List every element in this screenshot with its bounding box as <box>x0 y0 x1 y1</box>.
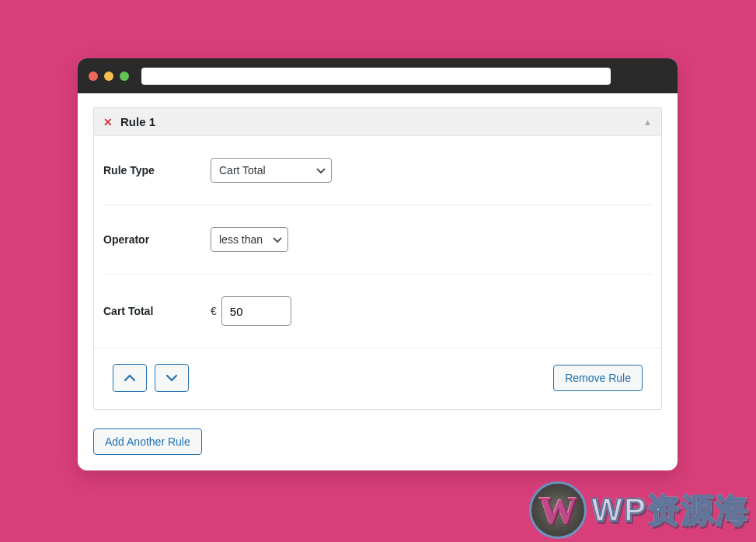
window-maximize-button[interactable] <box>120 72 129 81</box>
url-bar[interactable] <box>141 68 611 85</box>
rule-actions: Remove Rule <box>103 348 652 409</box>
rule-header[interactable]: ✕ Rule 1 ▲ <box>94 108 661 136</box>
rule-title: Rule 1 <box>120 115 155 128</box>
cart-total-input[interactable] <box>221 296 291 326</box>
move-down-button[interactable] <box>155 364 189 392</box>
collapse-icon[interactable]: ▲ <box>643 117 652 127</box>
move-up-button[interactable] <box>113 364 147 392</box>
browser-window: ✕ Rule 1 ▲ Rule Type Cart Total <box>78 58 678 470</box>
operator-label: Operator <box>103 233 211 246</box>
rule-type-select-wrap: Cart Total <box>211 158 332 183</box>
traffic-lights <box>89 72 129 81</box>
remove-rule-button[interactable]: Remove Rule <box>553 365 643 391</box>
cart-total-row: Cart Total € <box>103 274 652 348</box>
currency-symbol: € <box>211 305 217 317</box>
rule-type-select[interactable]: Cart Total <box>211 158 332 183</box>
watermark-text: WP资源海 <box>591 488 750 532</box>
operator-row: Operator less than <box>103 205 652 274</box>
close-icon[interactable]: ✕ <box>103 117 113 128</box>
watermark-logo: W <box>529 481 587 539</box>
add-rule-button[interactable]: Add Another Rule <box>93 428 202 455</box>
watermark-w-icon: W <box>538 491 577 530</box>
rule-type-label: Rule Type <box>103 164 211 177</box>
rule-panel: ✕ Rule 1 ▲ Rule Type Cart Total <box>93 107 662 410</box>
rule-type-row: Rule Type Cart Total <box>103 136 652 205</box>
window-close-button[interactable] <box>89 72 98 81</box>
operator-select-wrap: less than <box>211 227 288 252</box>
page-content: ✕ Rule 1 ▲ Rule Type Cart Total <box>78 93 678 470</box>
window-minimize-button[interactable] <box>104 72 113 81</box>
cart-total-label: Cart Total <box>103 305 211 317</box>
window-title-bar <box>78 58 678 93</box>
rule-body: Rule Type Cart Total Operator <box>94 136 661 409</box>
watermark: W WP资源海 <box>529 481 750 539</box>
operator-select[interactable]: less than <box>211 227 288 252</box>
add-rule-row: Add Another Rule <box>93 428 662 455</box>
